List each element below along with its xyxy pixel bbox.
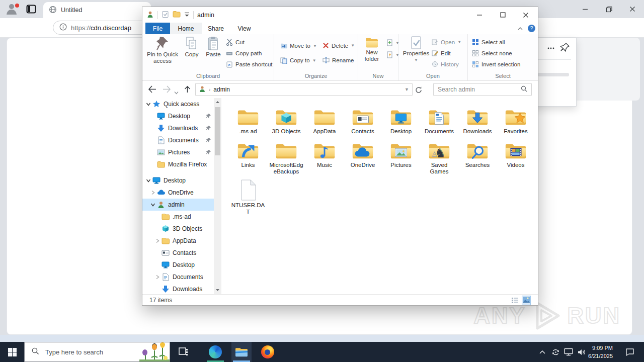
browser-tab[interactable]: Untitled <box>43 2 151 18</box>
browser-close-button[interactable] <box>622 3 642 15</box>
sidebar-item-admin[interactable]: admin <box>142 199 214 211</box>
taskbar-edge-button[interactable] <box>205 342 225 362</box>
chevron-collapsed-icon[interactable] <box>154 238 162 244</box>
file-tile-pictures[interactable]: Pictures <box>382 137 420 175</box>
tab-file[interactable]: File <box>145 23 170 34</box>
file-tile-downloads[interactable]: Downloads <box>458 103 497 135</box>
sidebar-item-contacts[interactable]: Contacts <box>142 247 214 259</box>
file-tile-music[interactable]: Music <box>305 137 344 175</box>
action-center-icon[interactable] <box>622 342 638 362</box>
qat-dropdown-icon[interactable] <box>184 12 190 19</box>
address-breadcrumb-bar[interactable]: › admin ▼ <box>195 83 413 96</box>
taskbar-search[interactable]: Type here to search <box>24 342 170 362</box>
sidebar-item-documents[interactable]: Documents <box>142 271 214 283</box>
file-tile-links[interactable]: Links <box>229 137 267 175</box>
search-box[interactable]: Search admin <box>433 83 532 96</box>
delete-button[interactable]: Delete▼ <box>323 42 355 49</box>
help-icon[interactable]: ? <box>528 25 535 32</box>
sidebar-item-onedrive[interactable]: OneDrive <box>142 187 214 199</box>
sidebar-scrollbar[interactable] <box>214 98 221 294</box>
scrollbar-thumb[interactable] <box>215 107 220 155</box>
address-dropdown-icon[interactable]: ▼ <box>405 87 409 92</box>
chevron-collapsed-icon[interactable] <box>150 190 157 196</box>
scrollbar-down-icon[interactable] <box>214 286 221 294</box>
chevron-expanded-icon[interactable] <box>145 101 152 107</box>
sidebar-item-3d-objects[interactable]: 3D Objects <box>142 223 214 235</box>
cut-button[interactable]: Cut <box>226 39 245 46</box>
nav-recent-icon[interactable] <box>174 87 179 97</box>
nav-up-icon[interactable] <box>184 85 191 96</box>
file-tile-desktop[interactable]: Desktop <box>382 103 420 135</box>
sidebar-item-appdata[interactable]: AppData <box>142 235 214 247</box>
file-tile-saved-games[interactable]: ♞♙Saved Games <box>420 137 458 175</box>
copy-button[interactable]: Copy <box>182 36 202 58</box>
chevron-expanded-icon[interactable] <box>150 202 157 208</box>
browser-restore-button[interactable] <box>599 3 619 15</box>
easy-access-button[interactable]: ▼ <box>386 51 399 58</box>
file-tile-onedrive[interactable]: OneDrive <box>344 137 382 175</box>
nav-forward-icon[interactable] <box>162 85 172 96</box>
browser-profile-avatar[interactable] <box>5 3 20 16</box>
sidebar-item-desktop[interactable]: Desktop <box>142 259 214 271</box>
rename-button[interactable]: Rename <box>323 57 354 63</box>
taskbar-clock[interactable]: 9:09 PM 6/21/2025 <box>587 344 613 360</box>
copy-to-button[interactable]: Copy to▼ <box>280 57 316 64</box>
flyout-pin-icon[interactable] <box>560 42 570 54</box>
nav-back-icon[interactable] <box>147 85 157 96</box>
sidebar-item-pictures[interactable]: Pictures <box>142 146 214 158</box>
history-button[interactable]: History <box>432 61 459 67</box>
sidebar-item-quick-access[interactable]: Quick access <box>142 98 214 110</box>
refresh-address-icon[interactable] <box>415 86 423 96</box>
paste-shortcut-button[interactable]: Paste shortcut <box>226 61 273 68</box>
sidebar-item-downloads[interactable]: Downloads <box>142 122 214 134</box>
sidebar-item-mozilla-firefox[interactable]: Mozilla Firefox <box>142 158 214 170</box>
tab-home[interactable]: Home <box>170 23 202 34</box>
search-highlight-flowers[interactable] <box>139 342 170 361</box>
file-tile-documents[interactable]: Documents <box>420 103 458 135</box>
tray-update-icon[interactable] <box>549 342 561 362</box>
open-button[interactable]: Open▼ <box>432 39 461 45</box>
task-view-button[interactable] <box>173 342 193 362</box>
tray-chevron-icon[interactable] <box>536 342 548 362</box>
qat-properties-icon[interactable] <box>162 11 169 20</box>
file-tile-videos[interactable]: Videos <box>497 137 535 175</box>
new-folder-button[interactable]: New folder <box>359 36 384 62</box>
invert-selection-button[interactable]: Invert selection <box>472 61 520 68</box>
pin-to-quick-access-button[interactable]: Pin to Quick access <box>146 36 179 64</box>
file-tile-3d-objects[interactable]: 3D Objects <box>267 103 305 135</box>
search-icon[interactable] <box>521 85 527 94</box>
ribbon-collapse-icon[interactable] <box>517 26 523 33</box>
tray-network-icon[interactable] <box>562 342 575 362</box>
sidebar-item-ms-ad[interactable]: .ms-ad <box>142 211 214 223</box>
start-button[interactable] <box>2 342 22 362</box>
file-tile-microsoftedgebackups[interactable]: MicrosoftEdgeBackups <box>267 137 305 175</box>
file-tile-ms-ad[interactable]: .ms-ad <box>229 103 267 135</box>
chevron-expanded-icon[interactable] <box>145 177 152 184</box>
copy-path-button[interactable]: Copy path <box>226 50 262 57</box>
explorer-maximize-button[interactable] <box>491 7 514 23</box>
explorer-minimize-button[interactable] <box>468 7 491 23</box>
browser-minimize-button[interactable] <box>575 3 595 15</box>
tab-share[interactable]: Share <box>202 23 230 34</box>
select-all-button[interactable]: Select all <box>472 39 505 46</box>
workspaces-icon[interactable] <box>26 4 36 16</box>
sidebar-item-desktop[interactable]: Desktop <box>142 110 214 122</box>
taskbar-explorer-button[interactable] <box>231 342 252 362</box>
sidebar-item-downloads[interactable]: Downloads <box>142 283 214 294</box>
flyout-more-icon[interactable] <box>547 44 555 54</box>
properties-button[interactable]: Properties ▼ <box>401 36 431 63</box>
select-none-button[interactable]: Select none <box>472 50 512 57</box>
paste-button[interactable]: Paste <box>203 36 224 58</box>
file-tile-favorites[interactable]: Favorites <box>497 103 535 135</box>
details-view-icon[interactable] <box>511 297 519 305</box>
taskbar-firefox-button[interactable] <box>258 342 278 362</box>
file-tile-contacts[interactable]: Contacts <box>344 103 382 135</box>
edit-button[interactable]: Edit <box>432 50 451 56</box>
info-icon[interactable] <box>59 23 67 32</box>
tray-volume-icon[interactable] <box>576 342 588 362</box>
file-tile-ntuser-dat[interactable]: NTUSER.DAT <box>229 177 267 215</box>
move-to-button[interactable]: Move to▼ <box>280 42 317 49</box>
tab-view[interactable]: View <box>230 23 259 34</box>
sidebar-item-documents[interactable]: Documents <box>142 134 214 146</box>
scrollbar-up-icon[interactable] <box>214 98 221 106</box>
